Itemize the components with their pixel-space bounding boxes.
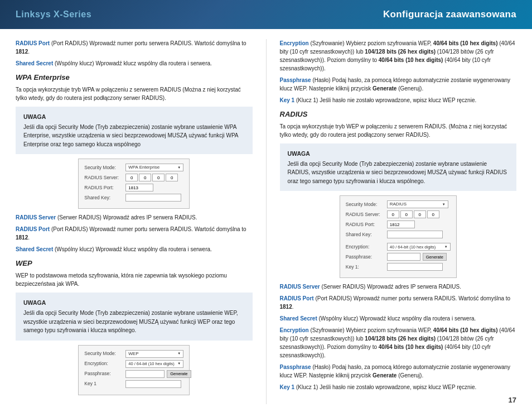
passphrase-2-label: Passphrase xyxy=(280,364,311,370)
encryption-1-label: Encryption xyxy=(280,40,309,46)
wpa-enterprise-body: Ta opcja wykorzystuje tryb WPA w połącze… xyxy=(16,85,253,102)
rad-shared-key-field[interactable] xyxy=(387,231,443,238)
radius-port-3: RADIUS Port (Port RADIUS) Wprowadź numer… xyxy=(280,294,517,311)
rad-encryption-label: Encryption: xyxy=(346,243,385,251)
header-left: Linksys X-Series xyxy=(16,9,91,20)
radius-port-1-text: (Port RADIUS) Wprowadź numer portu serwe… xyxy=(50,40,246,46)
radius-port-2-label: RADIUS Port xyxy=(16,226,50,232)
wep-passphrase-field[interactable] xyxy=(125,370,165,378)
header-right: Konfiguracja zaawansowana xyxy=(383,9,516,20)
rad-key1-field[interactable] xyxy=(387,263,443,271)
radius-server-3: RADIUS Server (Serwer RADIUS) Wprowadź a… xyxy=(280,282,517,291)
passphrase-1: Passphrase (Hasło) Podaj hasło, za pomoc… xyxy=(280,76,517,93)
wpa-security-mode-label: Security Mode: xyxy=(84,164,123,171)
column-divider xyxy=(266,39,267,404)
rad-security-mode-select[interactable]: RADIUS xyxy=(387,200,448,208)
radius-server-2: RADIUS Server (Serwer RADIUS) Wprowadź a… xyxy=(16,213,253,222)
encryption-1: Encryption (Szyfrowanie) Wybierz poziom … xyxy=(280,39,517,73)
wpa-ip-fields xyxy=(125,174,178,181)
wep-key1-label: Key 1 xyxy=(84,380,123,387)
wpa-radius-port-label: RADIUS Port: xyxy=(84,184,123,191)
rad-key1-row: Key 1: xyxy=(346,263,451,271)
rad-radius-server-label: RADIUS Server: xyxy=(346,211,385,218)
wep-title: WEP xyxy=(16,258,253,269)
rad-generate-button[interactable]: Generate xyxy=(423,253,447,261)
rad-passphrase-label: Passphrase: xyxy=(346,253,385,261)
wpa-radius-server-label: RADIUS Server: xyxy=(84,174,123,181)
wpa-ip-2[interactable] xyxy=(139,174,151,181)
rad-radius-port-label: RADIUS Port: xyxy=(346,221,385,228)
wpa-enterprise-title: WPA Enterprise xyxy=(16,72,253,83)
radius-title: RADIUS xyxy=(280,109,517,120)
shared-secret-2-label: Shared Secret xyxy=(16,246,53,252)
right-column: Encryption (Szyfrowanie) Wybierz poziom … xyxy=(280,39,517,404)
rad-passphrase-row: Passphrase: Generate xyxy=(346,253,451,261)
wpa-radius-port-field[interactable] xyxy=(125,184,153,191)
wep-passphrase-row: Passphrase: Generate xyxy=(84,370,183,378)
wpa-shared-key-label: Shared Key: xyxy=(84,194,123,202)
wep-body: WEP to podstawowa metoda szyfrowania, kt… xyxy=(16,271,253,288)
radius-server-2-label: RADIUS Server xyxy=(16,214,56,221)
rad-security-mode-label: Security Mode: xyxy=(346,201,385,208)
screenshot-radius: Security Mode: RADIUS RADIUS Server: RAD… xyxy=(340,195,457,278)
wpa-shared-key-field[interactable] xyxy=(125,194,181,202)
rad-radius-port-row: RADIUS Port: xyxy=(346,221,451,228)
radius-body: Ta opcja wykorzystuje tryb WEP w połącze… xyxy=(280,122,517,139)
rad-ip-4[interactable] xyxy=(427,210,439,218)
uwaga-box-3: UWAGA Jeśli dla opcji Security Mode (Try… xyxy=(280,143,517,191)
wep-encryption-row: Encryption: 40 / 64-bit (10 hex digits) xyxy=(84,360,183,368)
wep-security-mode-row: Security Mode: WEP xyxy=(84,350,183,358)
uwaga-box-1: UWAGA Jeśli dla opcji Security Mode (Try… xyxy=(16,107,253,155)
wpa-radius-server-row: RADIUS Server: xyxy=(84,174,183,181)
wpa-shared-key-row: Shared Key: xyxy=(84,194,183,202)
wep-passphrase-label: Passphrase: xyxy=(84,370,123,377)
content: RADIUS Port (Port RADIUS) Wprowadź numer… xyxy=(0,29,532,412)
key1-1-label: Key 1 xyxy=(280,97,295,103)
left-column: RADIUS Port (Port RADIUS) Wprowadź numer… xyxy=(16,39,253,404)
radius-port-2: RADIUS Port (Port RADIUS) Wprowadź numer… xyxy=(16,225,253,242)
rad-ip-1[interactable] xyxy=(387,210,399,218)
wpa-security-mode-select[interactable]: WPA Enterprise xyxy=(125,164,183,171)
wpa-ip-3[interactable] xyxy=(152,174,165,181)
rad-security-mode-row: Security Mode: RADIUS xyxy=(346,200,451,208)
rad-shared-key-row: Shared Key: xyxy=(346,231,451,238)
rad-ip-2[interactable] xyxy=(400,210,413,218)
shared-secret-1-label: Shared Secret xyxy=(16,60,53,66)
wep-generate-button[interactable]: Generate xyxy=(167,370,191,378)
rad-encryption-select[interactable]: 40 / 64-bit (10 hex digits) xyxy=(387,243,451,251)
wep-key1-row: Key 1 xyxy=(84,380,183,388)
shared-secret-3: Shared Secret (Wspólny klucz) Wprowadź k… xyxy=(280,314,517,323)
screenshot-wep: Security Mode: WEP Encryption: 40 / 64-b… xyxy=(78,345,190,395)
wep-encryption-select[interactable]: 40 / 64-bit (10 hex digits) xyxy=(125,360,183,368)
screenshot-wpa: Security Mode: WPA Enterprise RADIUS Ser… xyxy=(78,159,190,209)
wpa-ip-1[interactable] xyxy=(125,174,138,181)
rad-shared-key-label: Shared Key: xyxy=(346,231,385,238)
radius-port-1-label: RADIUS Port xyxy=(16,40,50,46)
page-number: 17 xyxy=(509,396,516,404)
encryption-2-label: Encryption xyxy=(280,327,309,333)
rad-ip-3[interactable] xyxy=(414,210,426,218)
wpa-radius-port-row: RADIUS Port: xyxy=(84,184,183,191)
key1-2-label: Key 1 xyxy=(280,384,295,390)
rad-key1-label: Key 1: xyxy=(346,264,385,271)
wep-security-mode-select[interactable]: WEP xyxy=(125,350,183,358)
wep-encryption-label: Encryption: xyxy=(84,360,123,367)
radius-port-3-label: RADIUS Port xyxy=(280,295,314,301)
radius-server-3-label: RADIUS Server xyxy=(280,284,320,290)
rad-passphrase-field[interactable] xyxy=(387,253,420,261)
key1-2: Key 1 (Klucz 1) Jeśli hasło nie zostało … xyxy=(280,383,517,391)
rad-ip-fields xyxy=(387,210,439,218)
rad-radius-port-field[interactable] xyxy=(387,221,415,228)
uwaga-1-title: UWAGA xyxy=(23,112,245,121)
shared-secret-3-label: Shared Secret xyxy=(280,315,317,322)
wpa-ip-4[interactable] xyxy=(166,174,178,181)
uwaga-box-2: UWAGA Jeśli dla opcji Security Mode (Try… xyxy=(16,293,253,341)
header: Linksys X-Series Konfiguracja zaawansowa… xyxy=(0,0,532,29)
encryption-2: Encryption (Szyfrowanie) Wybierz poziom … xyxy=(280,326,517,360)
uwaga-3-title: UWAGA xyxy=(288,149,509,158)
passphrase-2: Passphrase (Hasło) Podaj hasło, za pomoc… xyxy=(280,363,517,380)
shared-secret-1: Shared Secret (Wspólny klucz) Wprowadź k… xyxy=(16,59,253,68)
uwaga-3-text: Jeśli dla opcji Security Mode (Tryb zabe… xyxy=(288,160,509,186)
shared-secret-2: Shared Secret (Wspólny klucz) Wprowadź k… xyxy=(16,245,253,253)
wep-key1-field[interactable] xyxy=(125,380,181,388)
